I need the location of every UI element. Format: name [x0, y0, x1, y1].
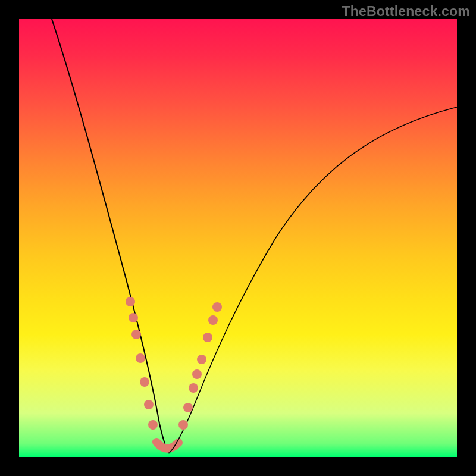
chart-frame: TheBottleneck.com — [0, 0, 476, 476]
marker-dot — [203, 333, 212, 342]
watermark-label: TheBottleneck.com — [342, 4, 470, 20]
marker-dot — [126, 297, 135, 306]
marker-dot — [140, 377, 149, 387]
curve-layer — [19, 19, 457, 457]
marker-dot — [208, 315, 218, 325]
curve-left — [52, 19, 169, 453]
marker-dot — [212, 302, 222, 312]
plot-area — [19, 19, 457, 457]
marker-dot — [178, 420, 188, 430]
marker-dot — [183, 403, 193, 412]
marker-dot — [148, 420, 158, 430]
marker-dot — [131, 330, 141, 339]
marker-dot — [136, 353, 145, 363]
marker-dot — [192, 369, 202, 379]
marker-dot — [197, 355, 206, 364]
marker-dot — [144, 400, 154, 409]
marker-dot — [189, 383, 198, 393]
curve-right — [169, 107, 457, 453]
marker-dot — [129, 313, 138, 322]
